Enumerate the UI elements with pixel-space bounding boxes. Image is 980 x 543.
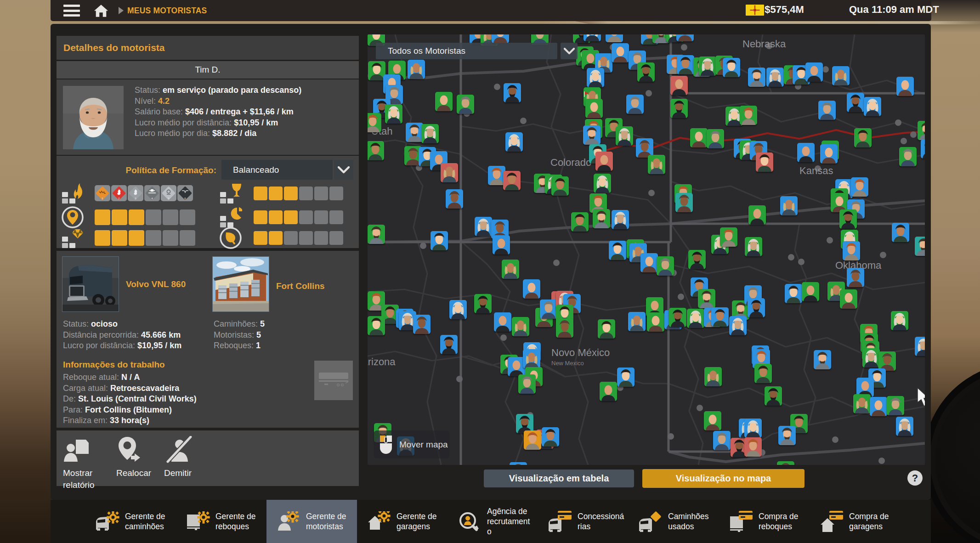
driver-map-tile[interactable] <box>492 34 509 43</box>
driver-map-tile[interactable] <box>502 260 519 279</box>
truck-photo[interactable] <box>62 256 119 312</box>
driver-map-tile[interactable] <box>431 231 448 250</box>
garage-name[interactable]: Fort Collins <box>276 281 325 291</box>
driver-map-tile[interactable] <box>594 174 611 193</box>
driver-map-tile[interactable] <box>606 34 623 42</box>
driver-map-tile[interactable] <box>385 104 402 124</box>
driver-map-tile[interactable] <box>699 57 716 76</box>
driver-map-tile[interactable] <box>677 55 694 74</box>
driver-map-tile[interactable] <box>785 284 802 303</box>
driver-map-tile[interactable] <box>814 350 831 369</box>
driver-map-tile[interactable] <box>408 60 425 79</box>
driver-map-tile[interactable] <box>616 126 633 146</box>
driver-map-tile[interactable] <box>523 279 540 299</box>
nav-compra-de-garagens[interactable]: Compra degaragens <box>810 500 900 543</box>
driver-map-tile[interactable] <box>406 123 423 142</box>
driver-map-tile[interactable] <box>704 411 721 430</box>
driver-map-tile[interactable] <box>711 307 729 327</box>
driver-map-tile[interactable] <box>778 426 796 445</box>
driver-map-tile[interactable] <box>421 124 439 143</box>
driver-map-tile[interactable] <box>585 99 603 118</box>
driver-map-tile[interactable] <box>669 308 686 327</box>
driver-map-tile[interactable] <box>870 397 887 416</box>
driver-map-tile[interactable] <box>887 396 904 415</box>
driver-map-tile[interactable] <box>523 349 540 368</box>
driver-map-tile[interactable] <box>899 147 917 166</box>
driver-map-tile[interactable] <box>820 144 838 164</box>
nav-agencia-de-recrutament-o[interactable]: Agência derecrutamento <box>448 500 538 543</box>
drivers-map[interactable]: NebraskaUtahColoradoKansasOklahomaNovo M… <box>368 34 925 465</box>
driver-map-tile[interactable] <box>765 386 782 406</box>
driver-map-tile[interactable] <box>675 193 693 212</box>
driver-map-tile[interactable] <box>647 312 664 332</box>
nav-gerente-de-motoristas[interactable]: Gerente demotoristas <box>266 500 357 543</box>
driver-map-tile[interactable] <box>754 364 772 383</box>
driver-map-tile[interactable] <box>556 318 573 338</box>
driver-map-tile[interactable] <box>840 289 857 309</box>
driver-map-tile[interactable] <box>612 43 629 62</box>
driver-map-tile[interactable] <box>637 62 655 82</box>
driver-map-tile[interactable] <box>748 68 765 87</box>
driver-map-tile[interactable] <box>512 317 529 336</box>
driver-map-tile[interactable] <box>896 417 913 436</box>
driver-map-tile[interactable] <box>688 250 706 269</box>
driver-map-tile[interactable] <box>583 125 600 145</box>
driver-map-tile[interactable] <box>657 256 674 276</box>
nav-caminhoes-usados[interactable]: Caminhõesusados <box>629 500 719 543</box>
training-policy-select[interactable]: Balanceado <box>221 160 333 180</box>
driver-map-tile[interactable] <box>915 337 925 356</box>
driver-map-tile[interactable] <box>542 427 559 447</box>
driver-map-tile[interactable] <box>918 121 925 140</box>
driver-map-tile[interactable] <box>847 268 864 287</box>
driver-map-tile[interactable] <box>446 189 463 209</box>
table-view-button[interactable]: Visualização em tabela <box>484 469 634 487</box>
driver-map-tile[interactable] <box>493 235 510 255</box>
driver-map-tile[interactable] <box>474 294 492 313</box>
help-button[interactable]: ? <box>907 470 923 486</box>
driver-map-tile[interactable] <box>571 212 589 232</box>
driver-map-tile[interactable] <box>475 217 492 236</box>
driver-map-tile[interactable] <box>745 237 762 256</box>
driver-map-tile[interactable] <box>832 66 850 85</box>
driver-map-tile[interactable] <box>609 241 626 260</box>
driver-map-tile[interactable] <box>748 298 765 317</box>
driver-map-tile[interactable] <box>368 225 385 244</box>
driver-map-tile[interactable] <box>729 316 747 335</box>
driver-map-tile[interactable] <box>707 129 724 148</box>
driver-map-tile[interactable] <box>723 58 740 77</box>
driver-map-tile[interactable] <box>505 132 523 152</box>
nav-gerente-de-garagens[interactable]: Gerente degaragens <box>357 500 448 543</box>
driver-map-tile[interactable] <box>503 171 521 190</box>
driver-map-tile[interactable] <box>740 106 757 125</box>
driver-map-tile[interactable] <box>504 83 521 102</box>
driver-map-tile[interactable] <box>640 253 658 272</box>
driver-map-tile[interactable] <box>843 241 860 260</box>
driver-map-tile[interactable] <box>847 93 864 112</box>
driver-map-tile[interactable] <box>368 316 385 335</box>
nav-concessiona-rias[interactable]: Concessionárias <box>538 500 629 543</box>
driver-map-tile[interactable] <box>878 351 896 371</box>
driver-map-tile[interactable] <box>617 368 634 387</box>
driver-map-tile[interactable] <box>777 461 794 465</box>
driver-map-tile[interactable] <box>449 300 467 319</box>
garage-photo[interactable] <box>212 256 269 312</box>
driver-map-tile[interactable] <box>744 419 762 438</box>
driver-map-tile[interactable] <box>780 196 798 215</box>
driver-map-tile[interactable] <box>748 205 766 225</box>
driver-map-tile[interactable] <box>797 143 815 162</box>
driver-map-tile[interactable] <box>839 209 857 229</box>
money-balance[interactable]: $575,4M <box>757 4 812 16</box>
relocate-button[interactable]: Realocar <box>116 435 151 479</box>
driver-map-tile[interactable] <box>805 62 823 82</box>
dismiss-button[interactable]: Demitir <box>164 435 193 479</box>
driver-map-tile[interactable] <box>435 92 453 111</box>
driver-map-tile[interactable] <box>648 155 665 174</box>
driver-map-tile[interactable] <box>892 223 909 242</box>
driver-map-tile[interactable] <box>510 462 527 465</box>
driver-map-tile[interactable] <box>690 128 708 147</box>
driver-map-tile[interactable] <box>612 210 629 229</box>
driver-map-tile[interactable] <box>802 282 819 301</box>
driver-map-tile[interactable] <box>600 382 617 401</box>
driver-map-tile[interactable] <box>368 141 384 160</box>
driver-map-tile[interactable] <box>670 76 688 95</box>
